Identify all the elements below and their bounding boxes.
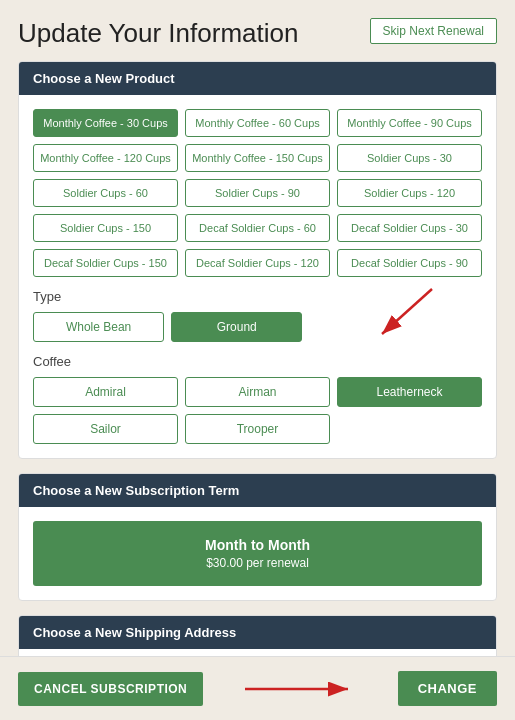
product-section-body: Monthly Coffee - 30 Cups Monthly Coffee … xyxy=(19,95,496,458)
product-section: Choose a New Product Monthly Coffee - 30… xyxy=(18,61,497,459)
subscription-option-label: Month to Month xyxy=(49,537,466,553)
subscription-option-price: $30.00 per renewal xyxy=(49,556,466,570)
coffee-grid-row2: Sailor Trooper xyxy=(33,414,482,444)
type-btn-ground[interactable]: Ground xyxy=(171,312,302,342)
product-grid: Monthly Coffee - 30 Cups Monthly Coffee … xyxy=(33,109,482,277)
coffee-btn-sailor[interactable]: Sailor xyxy=(33,414,178,444)
product-btn-mc30[interactable]: Monthly Coffee - 30 Cups xyxy=(33,109,178,137)
type-section-wrapper: Type Whole Bean Ground xyxy=(33,289,482,342)
coffee-btn-leatherneck[interactable]: Leatherneck xyxy=(337,377,482,407)
coffee-label: Coffee xyxy=(33,354,482,369)
product-btn-mc90[interactable]: Monthly Coffee - 90 Cups xyxy=(337,109,482,137)
product-btn-mc150[interactable]: Monthly Coffee - 150 Cups xyxy=(185,144,330,172)
cancel-subscription-button[interactable]: CANCEL SUBSCRIPTION xyxy=(18,672,203,706)
product-btn-sc60[interactable]: Soldier Cups - 60 xyxy=(33,179,178,207)
annotation-arrow xyxy=(352,279,452,349)
change-arrow-icon xyxy=(240,679,360,699)
product-btn-sc150[interactable]: Soldier Cups - 150 xyxy=(33,214,178,242)
type-grid: Whole Bean Ground xyxy=(33,312,302,342)
coffee-grid: Admiral Airman Leatherneck xyxy=(33,377,482,407)
product-btn-sc30[interactable]: Soldier Cups - 30 xyxy=(337,144,482,172)
shipping-section-header: Choose a New Shipping Address xyxy=(19,616,496,649)
product-btn-sc90[interactable]: Soldier Cups - 90 xyxy=(185,179,330,207)
product-btn-mc120[interactable]: Monthly Coffee - 120 Cups xyxy=(33,144,178,172)
product-btn-mc60[interactable]: Monthly Coffee - 60 Cups xyxy=(185,109,330,137)
product-section-header: Choose a New Product xyxy=(19,62,496,95)
subscription-section: Choose a New Subscription Term Month to … xyxy=(18,473,497,601)
product-btn-dsc60[interactable]: Decaf Soldier Cups - 60 xyxy=(185,214,330,242)
coffee-btn-trooper[interactable]: Trooper xyxy=(185,414,330,444)
skip-renewal-button[interactable]: Skip Next Renewal xyxy=(370,18,497,44)
type-btn-whole[interactable]: Whole Bean xyxy=(33,312,164,342)
coffee-btn-airman[interactable]: Airman xyxy=(185,377,330,407)
subscription-option-btn[interactable]: Month to Month $30.00 per renewal xyxy=(33,521,482,586)
product-btn-dsc90[interactable]: Decaf Soldier Cups - 90 xyxy=(337,249,482,277)
subscription-section-body: Month to Month $30.00 per renewal xyxy=(19,507,496,600)
svg-line-1 xyxy=(382,289,432,334)
product-btn-dsc30[interactable]: Decaf Soldier Cups - 30 xyxy=(337,214,482,242)
change-button[interactable]: CHANGE xyxy=(398,671,497,706)
footer-bar: CANCEL SUBSCRIPTION CHANGE xyxy=(0,656,515,720)
footer-arrow xyxy=(203,679,397,699)
product-btn-dsc120[interactable]: Decaf Soldier Cups - 120 xyxy=(185,249,330,277)
subscription-section-header: Choose a New Subscription Term xyxy=(19,474,496,507)
product-btn-sc120[interactable]: Soldier Cups - 120 xyxy=(337,179,482,207)
coffee-btn-admiral[interactable]: Admiral xyxy=(33,377,178,407)
page-wrapper: Skip Next Renewal Update Your Informatio… xyxy=(0,0,515,720)
product-btn-dsc150[interactable]: Decaf Soldier Cups - 150 xyxy=(33,249,178,277)
